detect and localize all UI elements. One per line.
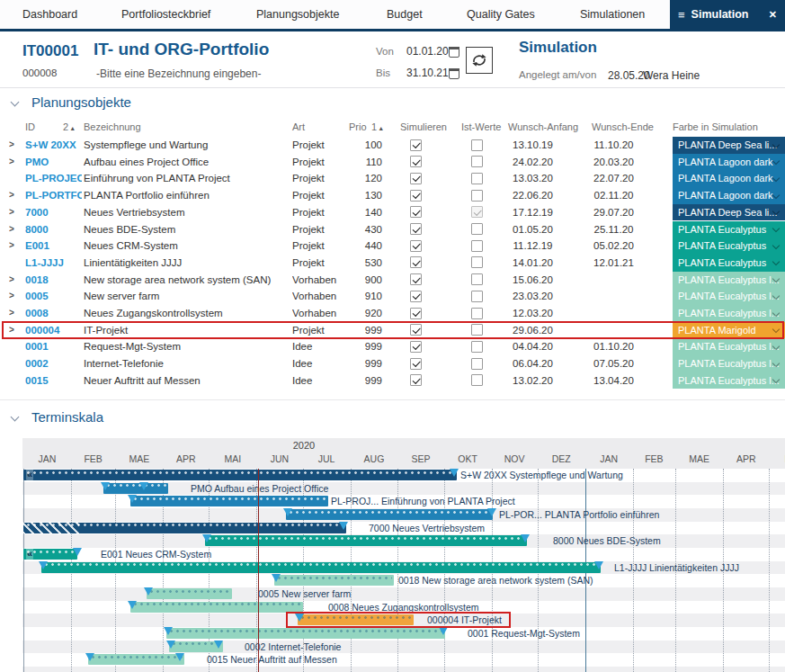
farbe-dropdown[interactable]: PLANTA Eucalyptus l... [673, 372, 785, 390]
row-id-link[interactable]: PMO [25, 154, 82, 171]
simulieren-checkbox[interactable] [410, 374, 422, 386]
col-header-wunsch-anfang[interactable]: Wunsch-Anfang [508, 121, 578, 132]
table-row[interactable]: >7000Neues VertriebsystemProjekt14017.12… [0, 204, 785, 221]
bis-date-field[interactable]: 31.10.21 [406, 67, 449, 79]
col-header-wunsch-ende[interactable]: Wunsch-Ende [592, 121, 654, 132]
table-row[interactable]: >8000Neues BDE-SystemProjekt43001.05.202… [0, 221, 785, 238]
col-header-farbe[interactable]: Farbe in Simulation [673, 121, 758, 132]
col-header-simulieren[interactable]: Simulieren [400, 121, 447, 132]
ist-werte-checkbox[interactable] [471, 139, 483, 151]
col-sort-id[interactable]: 2▲ [63, 121, 76, 132]
expand-arrow-icon[interactable]: > [9, 221, 22, 238]
farbe-dropdown[interactable]: PLANTA Deep Sea li... [673, 204, 785, 221]
table-row[interactable]: >0018New storage area network system (SA… [0, 272, 785, 289]
gantt-bar[interactable] [41, 562, 601, 573]
expand-arrow-icon[interactable]: > [9, 154, 22, 171]
simulieren-checkbox[interactable] [410, 223, 422, 235]
row-id-link[interactable]: S+W 20XX [25, 137, 82, 154]
simulieren-checkbox[interactable] [410, 139, 422, 151]
gantt-bar[interactable] [130, 496, 328, 506]
simulieren-checkbox[interactable] [410, 358, 422, 370]
ist-werte-checkbox[interactable] [471, 341, 483, 353]
simulieren-checkbox[interactable] [410, 240, 422, 252]
expand-arrow-icon[interactable]: > [9, 187, 22, 204]
von-date-field[interactable]: 01.01.20 [406, 45, 449, 58]
farbe-dropdown[interactable]: PLANTA Lagoon dark [673, 187, 785, 204]
row-id-link[interactable]: L1-JJJJ [25, 255, 82, 272]
table-row[interactable]: >S+W 20XXSystempflege und WartungProjekt… [0, 137, 785, 154]
ist-werte-checkbox[interactable] [471, 256, 483, 268]
table-row[interactable]: 0002Internet-TelefonieIdee99906.04.2007.… [0, 355, 785, 372]
farbe-dropdown[interactable]: PLANTA Deep Sea li... [673, 137, 785, 154]
close-icon[interactable]: ✕ [769, 9, 777, 21]
col-sort-prio[interactable]: 1▲ [371, 121, 384, 132]
col-header-prio[interactable]: Prio [349, 121, 367, 132]
simulieren-checkbox[interactable] [410, 341, 422, 353]
ist-werte-checkbox[interactable] [471, 273, 483, 285]
farbe-dropdown[interactable]: PLANTA Eucalyptus [673, 255, 785, 272]
row-id-link[interactable]: 8000 [25, 221, 82, 238]
row-id-link[interactable]: 000004 [25, 322, 82, 339]
farbe-dropdown[interactable]: PLANTA Marigold [673, 322, 785, 339]
gantt-bar[interactable] [205, 535, 527, 546]
section-title-planungsobjekte[interactable]: Planungsobjekte [31, 94, 131, 110]
simulieren-checkbox[interactable] [410, 256, 422, 268]
table-row[interactable]: >PL-PORTFO...PLANTA Portfolio einführenP… [0, 187, 785, 204]
ist-werte-checkbox[interactable] [471, 156, 483, 167]
menu-icon[interactable]: ≡ [678, 9, 685, 21]
farbe-dropdown[interactable]: PLANTA Eucalyptus [673, 237, 785, 255]
farbe-dropdown[interactable]: PLANTA Eucalyptus l... [673, 272, 785, 289]
farbe-dropdown[interactable]: PLANTA Eucalyptus l... [673, 338, 785, 355]
simulieren-checkbox[interactable] [410, 324, 422, 336]
nav-item-simulationen[interactable]: Simulationen [580, 0, 645, 29]
ist-werte-checkbox[interactable] [471, 374, 483, 386]
calendar-icon[interactable] [449, 68, 459, 79]
table-row[interactable]: L1-JJJJLinientätigkeiten JJJJProjekt5301… [0, 255, 785, 272]
ist-werte-checkbox[interactable] [471, 308, 483, 319]
row-id-link[interactable]: 0015 [25, 372, 82, 390]
expand-arrow-icon[interactable]: > [9, 237, 22, 255]
expand-arrow-icon[interactable]: > [9, 288, 22, 305]
expand-arrow-icon[interactable]: > [9, 204, 22, 221]
table-row[interactable]: >E001Neues CRM-SystemProjekt44011.12.190… [0, 237, 785, 255]
collapse-chevron-icon[interactable] [11, 98, 20, 107]
gantt-bar[interactable] [274, 575, 394, 586]
gantt-bar[interactable] [88, 654, 184, 665]
gantt-bar[interactable] [147, 588, 232, 599]
gantt-bar[interactable]: « [23, 549, 77, 560]
row-id-link[interactable]: PL-PROJECT [25, 170, 82, 187]
farbe-dropdown[interactable]: PLANTA Eucalyptus l... [673, 288, 785, 305]
col-header-ist-werte[interactable]: Ist-Werte [461, 121, 501, 132]
ist-werte-checkbox[interactable] [471, 240, 483, 252]
farbe-dropdown[interactable]: PLANTA Lagoon dark [673, 170, 785, 187]
ist-werte-checkbox[interactable] [471, 358, 483, 370]
gantt-bar[interactable]: « [23, 470, 457, 480]
col-header-bezeichnung[interactable]: Bezeichnung [84, 121, 141, 132]
nav-item-dashboard[interactable]: Dashboard [22, 0, 77, 29]
ist-werte-checkbox[interactable] [471, 206, 483, 218]
gantt-bar[interactable] [130, 602, 303, 613]
nav-item-portfoliosteckbrief[interactable]: Portfoliosteckbrief [121, 0, 210, 29]
ist-werte-checkbox[interactable] [471, 223, 483, 235]
simulieren-checkbox[interactable] [410, 308, 422, 319]
row-id-link[interactable]: 0001 [25, 338, 82, 355]
table-row[interactable]: >0005New server farmVorhaben91023.03.20P… [0, 288, 785, 305]
simulieren-checkbox[interactable] [410, 291, 422, 302]
simulieren-checkbox[interactable] [410, 173, 422, 184]
ist-werte-checkbox[interactable] [471, 291, 483, 302]
table-row[interactable]: >000004IT-ProjektProjekt99929.06.20PLANT… [0, 322, 785, 339]
simulieren-checkbox[interactable] [410, 156, 422, 167]
ist-werte-checkbox[interactable] [471, 324, 483, 336]
col-header-art[interactable]: Art [292, 121, 305, 132]
expand-arrow-icon[interactable]: > [9, 322, 22, 339]
ist-werte-checkbox[interactable] [471, 190, 483, 202]
table-row[interactable]: 0001Request-Mgt-SystemIdee99904.04.2001.… [0, 338, 785, 355]
table-row[interactable]: >PMOAufbau eines Project OfficeProjekt11… [0, 154, 785, 171]
row-id-link[interactable]: 0018 [25, 272, 82, 289]
row-id-link[interactable]: 0002 [25, 355, 82, 372]
section-title-terminskala[interactable]: Terminskala [31, 409, 103, 425]
farbe-dropdown[interactable]: PLANTA Eucalyptus [673, 221, 785, 238]
portfolio-subtitle[interactable]: -Bitte eine Bezeichnung eingeben- [96, 67, 261, 80]
row-id-link[interactable]: 7000 [25, 204, 82, 221]
gantt-bar[interactable] [298, 614, 414, 625]
